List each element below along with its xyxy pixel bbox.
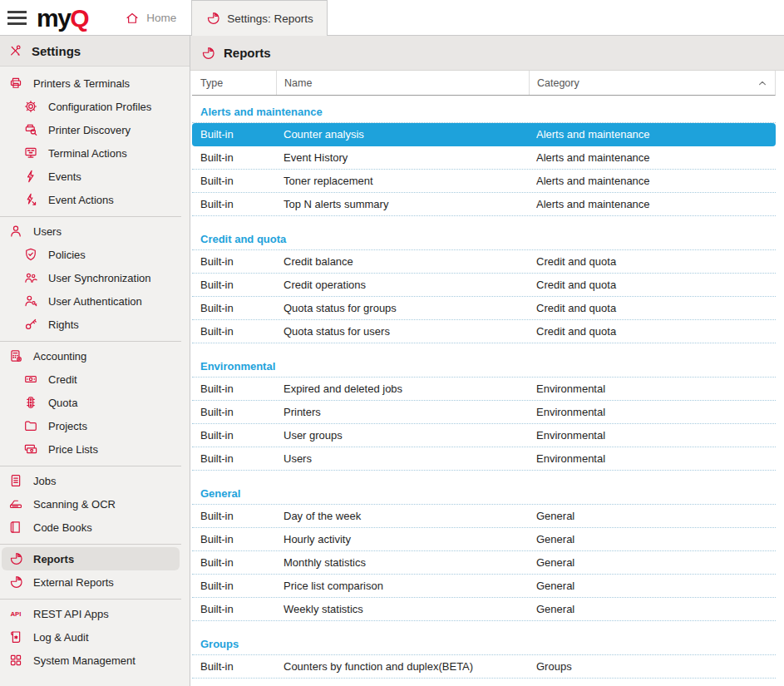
sidebar-title: Settings (32, 44, 81, 58)
table-row[interactable]: Built-inCredit operationsCredit and quot… (192, 274, 776, 297)
sidebar-item-reports[interactable]: Reports (2, 547, 180, 570)
sidebar-item-policies[interactable]: Policies (2, 243, 180, 266)
table-row[interactable]: Built-inHourly activityGeneral (192, 528, 776, 551)
cell-name: Printers (284, 406, 536, 418)
settings-sidebar: Settings Printers & TerminalsConfigurati… (0, 36, 190, 686)
svg-text:API: API (10, 610, 21, 618)
cell-name: Weekly statistics (284, 603, 536, 615)
table-row[interactable]: Built-inMonthly statisticsGeneral (192, 551, 776, 575)
sidebar-item-label: Printers & Terminals (33, 77, 130, 90)
myq-logo[interactable]: myQ (37, 0, 88, 36)
sidebar-item-terminal-actions[interactable]: Terminal Actions (2, 141, 180, 165)
sidebar-item-label: Scanning & OCR (33, 498, 116, 511)
tab-home[interactable]: Home (110, 0, 191, 36)
layout: Settings Printers & TerminalsConfigurati… (0, 36, 784, 686)
table-row[interactable]: Built-inCounters by function and duplex(… (192, 655, 776, 679)
sidebar-item-events[interactable]: Events (2, 165, 180, 188)
sidebar-item-label: Log & Audit (33, 631, 89, 644)
cell-name: Counters by function and duplex(BETA) (284, 660, 536, 673)
cell-name: Monthly statistics (284, 556, 536, 569)
page-title: Reports (224, 46, 271, 60)
sidebar-section: APIREST API AppsLog & AuditSystem Manage… (0, 600, 181, 677)
sidebar-item-printer-discovery[interactable]: Printer Discovery (2, 118, 180, 141)
sidebar-item-label: Events (48, 170, 81, 183)
table-row[interactable]: Built-inWeekly statisticsGeneral (192, 598, 776, 621)
group-header: Alerts and maintenance (192, 101, 776, 123)
sidebar-item-label: Printer Discovery (48, 124, 131, 136)
reports-table: Type Name Category Alerts and maintenanc… (192, 71, 776, 679)
grid-icon (8, 653, 23, 668)
cell-category: Groups (536, 660, 776, 673)
report-group-credit-and-quota: Credit and quotaBuilt-inCredit balanceCr… (192, 228, 776, 343)
sidebar-item-scanning-ocr[interactable]: Scanning & OCR (2, 492, 180, 516)
cell-name: User groups (284, 429, 536, 442)
tools-icon (7, 43, 22, 58)
sidebar-item-configuration-profiles[interactable]: Configuration Profiles (2, 95, 180, 118)
table-row[interactable]: Built-inCredit balanceCredit and quota (192, 250, 776, 274)
table-row[interactable]: Built-inExpired and deleted jobsEnvironm… (192, 378, 776, 401)
sidebar-item-code-books[interactable]: Code Books (2, 516, 180, 539)
sidebar-item-projects[interactable]: Projects (2, 414, 180, 437)
sidebar-item-rights[interactable]: Rights (2, 313, 180, 336)
cell-name: Credit balance (284, 255, 536, 268)
sidebar-item-system-management[interactable]: System Management (2, 649, 180, 672)
table-row[interactable]: Built-inPrintersEnvironmental (192, 401, 776, 424)
table-row[interactable]: Built-inEvent HistoryAlerts and maintena… (192, 146, 776, 170)
cell-category: Credit and quota (536, 279, 776, 291)
sidebar-item-log-audit[interactable]: Log & Audit (2, 625, 180, 649)
gear-icon (23, 99, 38, 114)
column-header-type[interactable]: Type (200, 71, 284, 95)
sidebar-item-label: Accounting (33, 350, 86, 363)
tab-settings-reports[interactable]: Settings: Reports (191, 0, 328, 36)
table-row[interactable]: Built-inPrice list comparisonGeneral (192, 575, 776, 598)
cell-name: Quota status for users (284, 325, 536, 338)
sidebar-item-external-reports[interactable]: External Reports (2, 570, 180, 594)
menu-hamburger-icon[interactable] (0, 0, 37, 36)
sidebar-item-price-lists[interactable]: Price Lists (2, 437, 180, 461)
cell-type: Built-in (200, 406, 284, 418)
column-header-category[interactable]: Category (529, 71, 775, 95)
scroll-icon (8, 629, 23, 644)
table-row[interactable]: Built-inUsersEnvironmental (192, 447, 776, 471)
sidebar-item-user-authentication[interactable]: User Authentication (2, 289, 180, 313)
table-row[interactable]: Built-inQuota status for groupsCredit an… (192, 297, 776, 320)
sidebar-item-label: Event Actions (48, 194, 114, 206)
table-row[interactable]: Built-inCounter analysisAlerts and maint… (192, 123, 776, 146)
cell-type: Built-in (200, 279, 284, 291)
cell-name: Expired and deleted jobs (284, 382, 536, 395)
sidebar-item-accounting[interactable]: Accounting (2, 344, 180, 368)
sidebar-item-rest-api-apps[interactable]: APIREST API Apps (2, 602, 180, 625)
table-row[interactable]: Built-inDay of the weekGeneral (192, 505, 776, 528)
table-row[interactable]: Built-inTop N alerts summaryAlerts and m… (192, 193, 776, 216)
sort-ascending-icon (755, 76, 770, 91)
cell-name: Event History (284, 151, 536, 164)
cell-category: General (536, 556, 776, 569)
sidebar-item-label: Policies (48, 249, 86, 261)
sidebar-item-credit[interactable]: Credit (2, 368, 180, 391)
sidebar-item-jobs[interactable]: Jobs (2, 469, 180, 492)
shield-check-icon (23, 247, 38, 262)
column-header-name[interactable]: Name (276, 71, 536, 95)
sidebar-item-printers-terminals[interactable]: Printers & Terminals (2, 72, 180, 95)
printer-icon (8, 76, 23, 91)
table-row[interactable]: Built-inUser groupsEnvironmental (192, 424, 776, 447)
cell-type: Built-in (200, 429, 284, 442)
sidebar-header: Settings (0, 36, 190, 67)
sidebar-item-user-synchronization[interactable]: User Synchronization (2, 266, 180, 289)
sidebar-item-users[interactable]: Users (2, 220, 180, 243)
sidebar-item-label: Quota (48, 397, 77, 409)
cell-type: Built-in (200, 660, 284, 673)
sidebar-item-event-actions[interactable]: Event Actions (2, 188, 180, 211)
pie-chart-icon (205, 11, 220, 26)
table-row[interactable]: Built-inQuota status for usersCredit and… (192, 320, 776, 343)
table-row[interactable]: Built-inToner replacementAlerts and main… (192, 170, 776, 193)
cell-name: Toner replacement (284, 175, 536, 187)
sidebar-item-label: REST API Apps (33, 608, 109, 620)
document-icon (8, 473, 23, 488)
lightning-icon (23, 169, 38, 184)
cell-type: Built-in (200, 603, 284, 615)
sidebar-section: UsersPoliciesUser SynchronizationUser Au… (0, 217, 181, 342)
sidebar-item-quota[interactable]: Quota (2, 391, 180, 414)
cell-category: Environmental (536, 382, 776, 395)
sidebar-item-label: Users (33, 225, 62, 238)
